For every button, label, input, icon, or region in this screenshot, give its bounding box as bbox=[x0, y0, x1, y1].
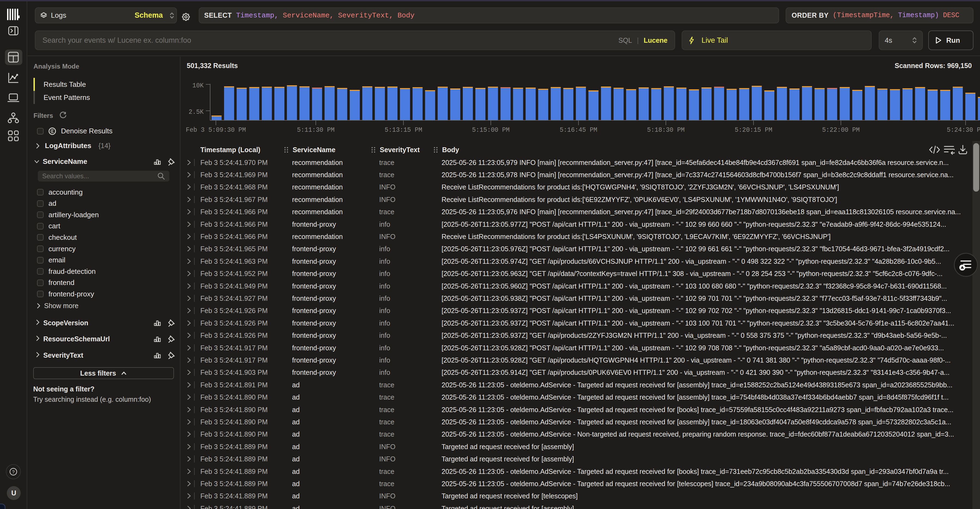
svg-text:5:11:30 PM: 5:11:30 PM bbox=[297, 127, 334, 134]
svg-text:5:18:30 PM: 5:18:30 PM bbox=[647, 127, 685, 134]
svg-text:5:15:00 PM: 5:15:00 PM bbox=[472, 127, 510, 134]
svg-text:2.5K: 2.5K bbox=[189, 108, 204, 116]
svg-text:5:13:15 PM: 5:13:15 PM bbox=[385, 127, 422, 134]
svg-text:Feb 3 5:09:30 PM: Feb 3 5:09:30 PM bbox=[186, 127, 246, 134]
svg-text:5:16:45 PM: 5:16:45 PM bbox=[560, 127, 597, 134]
svg-text:5:24:30 PM: 5:24:30 PM bbox=[947, 127, 980, 134]
svg-text:10K: 10K bbox=[192, 82, 204, 89]
svg-text:5:22:00 PM: 5:22:00 PM bbox=[822, 127, 860, 134]
svg-text:5:20:15 PM: 5:20:15 PM bbox=[735, 127, 772, 134]
svg-text:?: ? bbox=[12, 469, 14, 475]
